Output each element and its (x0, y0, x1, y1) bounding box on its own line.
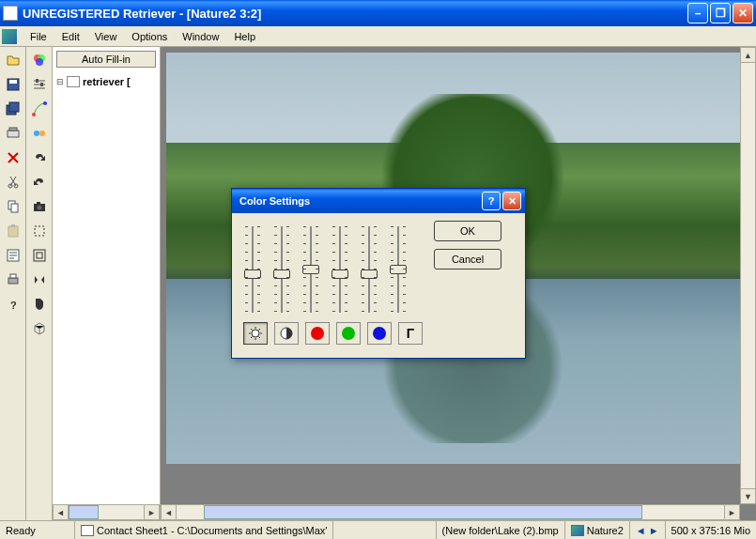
adjust-icon[interactable] (30, 75, 49, 94)
rgb-icon[interactable] (30, 51, 49, 69)
canvas-hscrollbar[interactable]: ◄ ► (161, 504, 740, 520)
dialog-titlebar[interactable]: Color Settings ? ✕ (232, 189, 525, 213)
gamma-icon-button[interactable]: Γ (398, 322, 423, 345)
redo-icon[interactable] (30, 148, 49, 167)
dialog-help-button[interactable]: ? (482, 192, 501, 210)
crop-icon[interactable] (30, 222, 49, 240)
folder-icon (67, 76, 80, 87)
status-sheet-cell[interactable]: Contact Sheet1 - C:\Documents and Settin… (75, 521, 333, 539)
balance-icon[interactable] (30, 124, 49, 143)
statusbar: Ready Contact Sheet1 - C:\Documents and … (0, 520, 756, 539)
undo-icon[interactable] (30, 173, 49, 192)
dialog-close-button[interactable]: ✕ (502, 192, 521, 210)
help-icon[interactable]: ? (4, 295, 23, 314)
svg-point-18 (36, 58, 43, 66)
expand-icon[interactable]: ⊟ (56, 77, 64, 86)
contrast-slider[interactable] (272, 223, 291, 316)
red-slider[interactable] (301, 223, 320, 316)
close-button[interactable]: ✕ (733, 3, 753, 23)
svg-rect-30 (37, 253, 42, 258)
ok-button[interactable]: OK (434, 221, 501, 241)
contrast-icon-button[interactable] (274, 322, 299, 345)
canvas-vscrollbar[interactable]: ▲ ▼ (740, 47, 756, 504)
status-doc-cell[interactable]: Nature2 (565, 521, 630, 539)
menu-edit[interactable]: Edit (54, 28, 87, 45)
green-slider[interactable] (331, 223, 349, 316)
svg-rect-11 (11, 224, 15, 227)
status-ready: Ready (0, 521, 75, 539)
brightness-icon-button[interactable] (243, 322, 268, 345)
scroll-track[interactable] (177, 504, 724, 520)
brightness-slider[interactable] (243, 223, 262, 316)
open-icon[interactable] (4, 51, 23, 69)
menu-view[interactable]: View (87, 28, 125, 45)
gamma-label: Γ (407, 326, 414, 341)
auto-fillin-button[interactable]: Auto Fill-in (56, 51, 156, 68)
menu-window[interactable]: Window (175, 28, 226, 45)
scroll-down-icon[interactable]: ▼ (740, 488, 756, 504)
svg-point-21 (32, 113, 36, 116)
green-icon-button[interactable] (336, 322, 361, 345)
menubar: File Edit View Options Window Help (0, 26, 756, 47)
app-icon (3, 6, 18, 21)
menu-options[interactable]: Options (124, 28, 175, 45)
security-icon[interactable] (30, 295, 49, 314)
svg-rect-28 (35, 226, 44, 236)
save-all-icon[interactable] (4, 100, 23, 118)
tree-item-retriever[interactable]: ⊟ retriever [ (56, 75, 156, 88)
tree-view[interactable]: ⊟ retriever [ (53, 71, 160, 504)
dialog-title: Color Settings (236, 195, 480, 207)
menu-help[interactable]: Help (226, 28, 263, 45)
next-image-icon[interactable]: ► (649, 525, 659, 536)
toolbar-left-1: ? (0, 47, 26, 520)
scan-icon[interactable] (4, 124, 23, 143)
status-dims: 500 x 375:16 Mio (666, 521, 756, 539)
blue-slider[interactable] (360, 223, 378, 316)
scroll-up-icon[interactable]: ▲ (740, 47, 756, 63)
image-icon (571, 525, 584, 536)
slider-group (239, 221, 426, 318)
window-titlebar: UNREGISTERED Retriever - [Nature2 3:2] –… (0, 0, 756, 26)
cube-icon[interactable] (30, 319, 49, 338)
sheet-icon (81, 525, 94, 536)
svg-rect-14 (10, 274, 16, 278)
paste-icon[interactable] (4, 222, 23, 240)
status-doc-label: Nature2 (587, 525, 624, 536)
menu-file[interactable]: File (23, 28, 54, 45)
mirror-icon[interactable] (30, 270, 49, 289)
camera-icon[interactable] (30, 197, 49, 216)
scroll-track[interactable] (69, 504, 144, 520)
svg-rect-20 (40, 83, 43, 86)
curve-icon[interactable] (30, 100, 49, 118)
prev-image-icon[interactable]: ◄ (636, 525, 646, 536)
svg-rect-10 (8, 226, 18, 237)
cancel-button[interactable]: Cancel (434, 249, 501, 270)
red-icon-button[interactable] (305, 322, 330, 345)
maximize-button[interactable]: ❐ (710, 3, 731, 23)
svg-rect-29 (34, 250, 45, 261)
status-sheet-label: Contact Sheet1 - C:\Documents and Settin… (97, 525, 327, 536)
svg-point-26 (37, 206, 41, 210)
print-icon[interactable] (4, 270, 23, 289)
cut-icon[interactable] (4, 173, 23, 192)
svg-rect-1 (9, 80, 17, 84)
status-path-cell[interactable]: (New folder\Lake (2).bmp (437, 521, 565, 539)
scroll-track[interactable] (740, 63, 756, 488)
scroll-left-icon[interactable]: ◄ (53, 504, 69, 520)
delete-x-icon[interactable] (4, 148, 23, 167)
tree-hscrollbar[interactable]: ◄ ► (53, 504, 160, 520)
copy-icon[interactable] (4, 197, 23, 216)
status-path-label: (New folder\Lake (2).bmp (442, 525, 559, 536)
scroll-right-icon[interactable]: ► (724, 504, 740, 520)
svg-rect-5 (9, 128, 17, 131)
blue-icon-button[interactable] (367, 322, 392, 345)
properties-icon[interactable] (4, 246, 23, 265)
scroll-right-icon[interactable]: ► (144, 504, 160, 520)
gamma-slider[interactable] (389, 223, 408, 316)
save-icon[interactable] (4, 75, 23, 94)
frame-icon[interactable] (30, 246, 49, 265)
svg-rect-19 (36, 79, 39, 83)
scroll-left-icon[interactable]: ◄ (161, 504, 177, 520)
document-icon (2, 29, 17, 44)
minimize-button[interactable]: – (687, 3, 708, 23)
